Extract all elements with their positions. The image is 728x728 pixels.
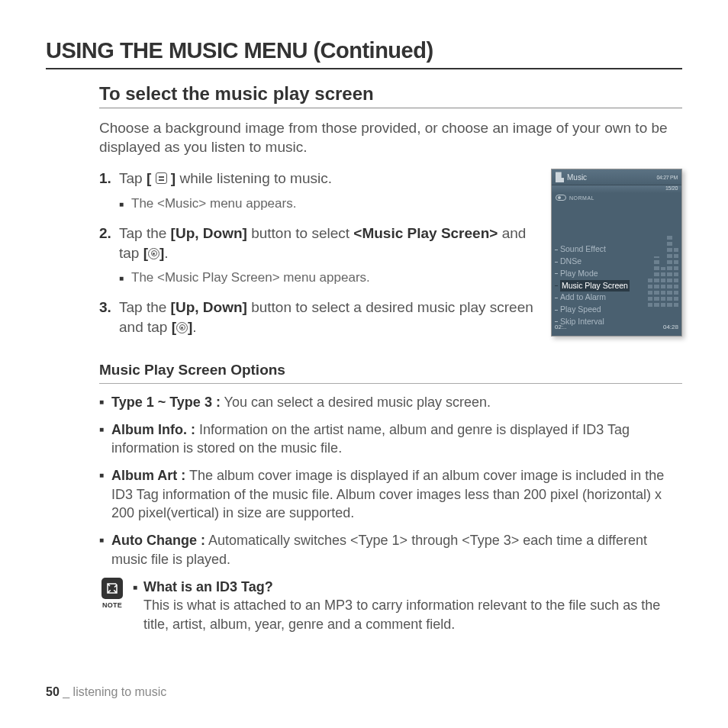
device-screenshot: Music 04:27 PM 15/20 NORMAL Sound Effect… (551, 169, 682, 337)
device-body: Sound EffectDNSePlay ModeMusic Play Scre… (552, 204, 681, 332)
device-menu-label: DNSe (560, 256, 581, 268)
step-body: Tap [ ] while listening to music. (119, 169, 537, 188)
options-list: ■ Type 1 ~ Type 3 : You can select a des… (99, 393, 682, 569)
option-label: Auto Change : (111, 533, 205, 548)
note-icon-block: NOTE (99, 578, 125, 633)
select-icon (176, 322, 188, 333)
footer-sep: _ (60, 685, 73, 698)
device-menu-item: Play Mode (555, 268, 630, 280)
text: The <Music> menu appears. (131, 196, 296, 213)
device-menu-item: Sound Effect (555, 243, 630, 256)
bullet-icon: ■ (99, 393, 111, 411)
bold: <Music Play Screen> (353, 225, 498, 241)
device-footer: 02:.. 04:28 (555, 324, 678, 330)
page-number: 50 (46, 685, 60, 698)
page-footer: 50 _ listening to music (46, 685, 166, 699)
step-number: 1. (99, 169, 119, 188)
text: The <Music Play Screen> menu appears. (131, 270, 370, 287)
music-note-icon (556, 172, 564, 182)
device-menu-label: Add to Alarm (560, 292, 606, 304)
footer-chapter: listening to music (73, 685, 167, 698)
content-row: 1. Tap [ ] while listening to music. ■ T… (99, 169, 682, 344)
option-label: Album Art : (111, 468, 185, 483)
section-title: To select the music play screen (99, 83, 682, 108)
device-mode: NORMAL (569, 195, 594, 201)
intro-text: Choose a background image from those pro… (99, 119, 682, 156)
text: Tap the (119, 299, 171, 315)
device-time: 04:27 PM (656, 175, 678, 180)
text: while listening to music. (176, 170, 332, 186)
steps-list: 1. Tap [ ] while listening to music. ■ T… (99, 169, 537, 344)
device-header: Music 04:27 PM (552, 169, 681, 185)
select-icon (148, 248, 159, 259)
option-album-info: ■ Album Info. : Information on the artis… (99, 420, 682, 458)
text: Tap (119, 170, 147, 186)
option-label: Album Info. : (111, 422, 195, 437)
subsection-title: Music Play Screen Options (99, 362, 682, 384)
bold: [Up, Down] (171, 225, 247, 241)
device-app-label: Music (567, 173, 587, 182)
device-time-left: 02:.. (555, 324, 567, 330)
device-menu-label: Music Play Screen (560, 280, 630, 292)
note-block: NOTE ■What is an ID3 Tag? This is what i… (99, 578, 682, 633)
device-menu-item: Add to Alarm (555, 292, 630, 304)
bold: [Up, Down] (171, 299, 247, 315)
text: . (164, 245, 168, 261)
menu-icon (156, 172, 167, 184)
device-menu-item: DNSe (555, 256, 630, 268)
equalizer-icon (648, 234, 678, 307)
option-auto-change: ■ Auto Change : Automatically switches <… (99, 531, 682, 569)
device-menu-label: Sound Effect (560, 243, 606, 256)
repeat-icon (556, 195, 566, 201)
dash-icon (555, 250, 558, 250)
bracket: ] (167, 170, 176, 186)
bullet-icon: ■ (99, 531, 111, 569)
bullet-icon: ■ (99, 420, 111, 458)
option-text: The album cover image is displayed if an… (111, 468, 664, 520)
step-3: 3. Tap the [Up, Down] button to select a… (99, 298, 537, 337)
step-body: Tap the [Up, Down] button to select a de… (119, 298, 537, 337)
step-number: 2. (99, 224, 119, 263)
note-answer: This is what is attached to an MP3 to ca… (133, 596, 682, 633)
step-1: 1. Tap [ ] while listening to music. (99, 169, 537, 188)
bracket: [ (147, 170, 156, 186)
dash-icon (555, 310, 558, 311)
bullet-icon: ■ (133, 582, 143, 593)
step-1-sub: ■ The <Music> menu appears. (119, 196, 537, 213)
bullet-icon: ■ (119, 270, 131, 287)
dash-icon (555, 262, 558, 263)
dash-icon (555, 285, 558, 286)
bullet-icon: ■ (119, 196, 131, 213)
option-type: ■ Type 1 ~ Type 3 : You can select a des… (99, 393, 682, 411)
device-subheader: NORMAL (552, 193, 681, 204)
device-menu-label: Play Mode (560, 268, 598, 280)
note-icon (101, 578, 123, 599)
bullet-icon: ■ (99, 466, 111, 522)
dash-icon (555, 298, 558, 298)
device-menu-item: Music Play Screen (555, 280, 630, 292)
device-track-count: 15/20 (665, 185, 678, 191)
text: button to select (247, 225, 353, 241)
device-menu-label: Play Speed (560, 304, 601, 316)
step-body: Tap the [Up, Down] button to select <Mus… (119, 224, 537, 263)
dash-icon (555, 273, 558, 274)
step-2: 2. Tap the [Up, Down] button to select <… (99, 224, 537, 263)
device-menu-item: Play Speed (555, 304, 630, 316)
step-number: 3. (99, 298, 119, 337)
page-title: USING THE MUSIC MENU (Continued) (46, 38, 682, 69)
option-album-art: ■ Album Art : The album cover image is d… (99, 466, 682, 522)
device-menu: Sound EffectDNSePlay ModeMusic Play Scre… (555, 243, 630, 327)
text: Tap the (119, 225, 171, 241)
device-time-right: 04:28 (663, 324, 678, 330)
text: . (192, 319, 196, 335)
option-label: Type 1 ~ Type 3 : (111, 395, 221, 410)
option-text: You can select a desired music play scre… (221, 395, 491, 410)
note-body: ■What is an ID3 Tag? This is what is att… (133, 578, 682, 633)
step-2-sub: ■ The <Music Play Screen> menu appears. (119, 270, 537, 287)
dash-icon (555, 321, 558, 322)
note-question: What is an ID3 Tag? (143, 579, 273, 594)
note-label: NOTE (99, 601, 125, 610)
